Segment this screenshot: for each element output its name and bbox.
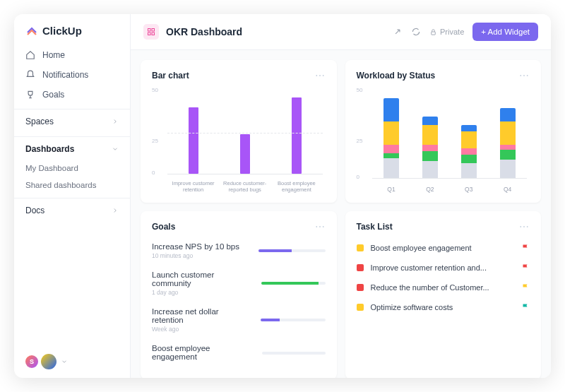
- workload-segment: [500, 150, 516, 160]
- sidebar-item-shared-dashboards[interactable]: Shared dashboards: [14, 177, 130, 194]
- widget-title: Goals: [152, 222, 175, 232]
- flag-icon: [521, 263, 530, 272]
- bar: [240, 134, 250, 174]
- goal-name: Boost employee engagement: [152, 344, 251, 361]
- privacy-indicator[interactable]: Private: [429, 28, 464, 36]
- ytick: 50: [357, 87, 363, 93]
- svg-rect-4: [432, 32, 436, 35]
- task-item[interactable]: Boost employee engagement: [357, 238, 530, 258]
- brand-logo[interactable]: ClickUp: [14, 14, 130, 45]
- nav-notifications-label: Notifications: [42, 70, 88, 80]
- avatar-area: S: [14, 345, 130, 378]
- bar-category-label: Boost employee engagement: [272, 180, 321, 193]
- ytick: 0: [152, 170, 155, 176]
- chevron-right-icon: [112, 118, 119, 125]
- widget-title: Task List: [357, 222, 393, 232]
- ytick: 25: [152, 138, 158, 144]
- task-name: Boost employee engagement: [371, 244, 472, 252]
- workload-segment: [422, 161, 438, 178]
- workload-column: [500, 108, 516, 178]
- sidebar-item-my-dashboard[interactable]: My Dashboard: [14, 160, 130, 177]
- workload-category-label: Q2: [426, 186, 434, 193]
- chevron-down-icon: [112, 145, 119, 153]
- goal-progress: [262, 352, 325, 355]
- ytick: 25: [357, 138, 363, 144]
- nav-notifications[interactable]: Notifications: [14, 65, 130, 85]
- nav-home[interactable]: Home: [14, 45, 130, 65]
- ytick: 50: [152, 87, 158, 93]
- task-name: Optimize software costs: [371, 303, 453, 311]
- add-widget-button[interactable]: + Add Widget: [472, 23, 538, 41]
- task-item[interactable]: Reduce the number of Customer...: [357, 278, 530, 297]
- topbar: OKR Dashboard Private + Add Widget: [131, 14, 551, 50]
- goal-progress: [261, 282, 325, 285]
- goal-progress: [261, 319, 326, 321]
- workload-segment: [383, 145, 399, 153]
- avatar-initial[interactable]: S: [25, 355, 38, 368]
- workload-segment: [461, 148, 477, 155]
- goal-item[interactable]: Launch customer community1 day ago: [152, 266, 326, 303]
- sidebar: ClickUp Home Notifications Goals Spaces …: [14, 14, 131, 378]
- status-square-icon: [357, 264, 364, 271]
- goal-progress: [258, 249, 326, 252]
- workload-segment: [383, 121, 399, 145]
- brand-name: ClickUp: [42, 25, 82, 37]
- goal-meta: Week ago: [152, 326, 249, 333]
- section-docs[interactable]: Docs: [14, 198, 130, 221]
- task-list: Boost employee engagementImprove custome…: [357, 238, 530, 317]
- task-item[interactable]: Optimize software costs: [357, 297, 530, 317]
- goal-item[interactable]: Increase net dollar retentionWeek ago: [152, 303, 326, 340]
- section-dashboards[interactable]: Dashboards: [14, 136, 130, 160]
- workload-segment: [461, 155, 477, 163]
- workload-segment: [461, 131, 477, 148]
- nav-goals[interactable]: Goals: [14, 85, 130, 105]
- goal-name: Launch customer community: [152, 271, 250, 287]
- trophy-icon: [25, 90, 35, 100]
- widget-more-icon[interactable]: ⋯: [315, 70, 326, 81]
- flag-icon: [521, 244, 530, 252]
- task-name: Improve customer retention and...: [371, 263, 487, 272]
- workload-segment: [422, 145, 438, 151]
- workload-column: [383, 98, 399, 178]
- goal-meta: 10 minutes ago: [152, 252, 239, 259]
- workload-segment: [461, 125, 477, 131]
- widget-more-icon[interactable]: ⋯: [519, 221, 530, 232]
- widget-workload: Workload by Status ⋯ 50 25 0 Q1Q2Q3Q4: [345, 60, 542, 203]
- widget-more-icon[interactable]: ⋯: [315, 221, 326, 232]
- ytick: 0: [357, 174, 359, 180]
- widget-task-list: Task List ⋯ Boost employee engagementImp…: [345, 211, 542, 378]
- workload-segment: [422, 151, 438, 161]
- bar: [189, 107, 198, 174]
- widget-more-icon[interactable]: ⋯: [519, 70, 530, 81]
- svg-rect-0: [148, 29, 151, 32]
- status-square-icon: [357, 244, 364, 251]
- goals-list: Increase NPS by 10 bps10 minutes agoLaun…: [152, 238, 326, 369]
- section-spaces[interactable]: Spaces: [14, 109, 130, 132]
- nav-home-label: Home: [42, 50, 65, 60]
- grid-icon: [147, 28, 155, 36]
- chevron-down-icon[interactable]: [61, 358, 68, 365]
- bell-icon: [25, 70, 35, 80]
- goal-item[interactable]: Increase NPS by 10 bps10 minutes ago: [152, 238, 326, 266]
- expand-icon[interactable]: [393, 27, 403, 37]
- dashboard-icon-badge: [143, 24, 159, 40]
- goal-name: Increase NPS by 10 bps: [152, 242, 239, 251]
- clickup-logo-icon: [25, 24, 38, 37]
- status-square-icon: [357, 304, 364, 311]
- topbar-actions: Private + Add Widget: [393, 23, 538, 41]
- section-dashboards-label: Dashboards: [25, 144, 74, 154]
- goal-item[interactable]: Boost employee engagement: [152, 340, 326, 369]
- avatar-photo[interactable]: [41, 354, 56, 369]
- workload-category-label: Q3: [465, 186, 472, 193]
- home-icon: [25, 50, 35, 60]
- widget-bar-chart: Bar chart ⋯ 50 25 0 Improve customer ret…: [141, 60, 337, 203]
- task-item[interactable]: Improve customer retention and...: [357, 258, 530, 278]
- chevron-right-icon: [112, 207, 119, 214]
- nav-goals-label: Goals: [42, 90, 64, 100]
- bar-category-label: Reduce customer-reported bugs: [220, 180, 270, 193]
- workload-segment: [500, 121, 516, 145]
- widget-grid: Bar chart ⋯ 50 25 0 Improve customer ret…: [131, 50, 551, 378]
- section-docs-label: Docs: [25, 206, 44, 215]
- refresh-icon[interactable]: [411, 27, 421, 37]
- section-spaces-label: Spaces: [25, 117, 54, 126]
